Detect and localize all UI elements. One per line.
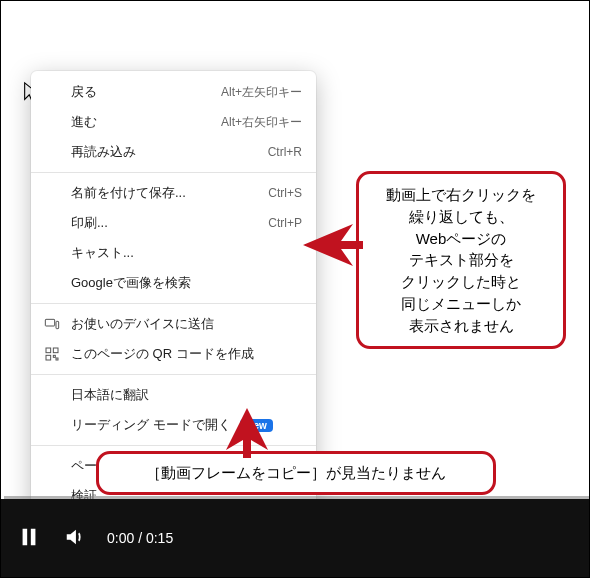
svg-marker-7 — [303, 224, 363, 266]
callout-line: Webページの — [369, 228, 553, 250]
cm-shortcut: Alt+右矢印キー — [221, 114, 302, 131]
cm-save-as[interactable]: 名前を付けて保存... Ctrl+S — [31, 178, 316, 208]
callout-line: 繰り返しても、 — [369, 206, 553, 228]
cm-create-qr[interactable]: このページの QR コードを作成 — [31, 339, 316, 369]
cm-label: このページの QR コードを作成 — [71, 345, 302, 363]
callout-line: テキスト部分を — [369, 249, 553, 271]
cm-label: お使いのデバイスに送信 — [71, 315, 302, 333]
cm-label: キャスト... — [71, 244, 302, 262]
time-display: 0:00 / 0:15 — [107, 530, 173, 546]
cm-label: 印刷... — [71, 214, 268, 232]
callout-line: 表示されません — [369, 315, 553, 337]
cm-cast[interactable]: キャスト... — [31, 238, 316, 268]
cm-reload[interactable]: 再読み込み Ctrl+R — [31, 137, 316, 167]
svg-rect-3 — [53, 348, 58, 353]
annotation-callout-bottom: ［動画フレームをコピー］が見当たりません — [96, 451, 496, 495]
cm-label: 再読み込み — [71, 143, 268, 161]
pause-icon — [18, 526, 40, 551]
cm-send-to-device[interactable]: お使いのデバイスに送信 — [31, 309, 316, 339]
cm-label-text: リーディング モードで開く — [71, 417, 231, 432]
callout-text: ［動画フレームをコピー］が見当たりません — [146, 464, 446, 481]
cm-label: 戻る — [71, 83, 221, 101]
cm-translate[interactable]: 日本語に翻訳 — [31, 380, 316, 410]
cm-separator — [31, 303, 316, 304]
screenshot-stage: 戻る Alt+左矢印キー 進む Alt+右矢印キー 再読み込み Ctrl+R 名… — [0, 0, 590, 578]
svg-rect-10 — [31, 528, 36, 545]
cm-back[interactable]: 戻る Alt+左矢印キー — [31, 77, 316, 107]
svg-rect-1 — [56, 321, 59, 328]
pause-button[interactable] — [15, 524, 43, 552]
svg-rect-4 — [46, 355, 51, 360]
cm-label: 名前を付けて保存... — [71, 184, 268, 202]
cm-separator — [31, 172, 316, 173]
svg-marker-8 — [226, 408, 268, 458]
pointer-arrow-icon — [226, 408, 268, 458]
callout-line: 動画上で右クリックを — [369, 184, 553, 206]
svg-rect-5 — [53, 355, 55, 357]
video-controls: 0:00 / 0:15 — [1, 499, 589, 577]
pointer-arrow-icon — [303, 224, 363, 266]
callout-line: クリックした時と — [369, 271, 553, 293]
cm-forward[interactable]: 進む Alt+右矢印キー — [31, 107, 316, 137]
devices-icon — [43, 315, 61, 333]
cm-reading-mode[interactable]: リーディング モードで開く New — [31, 410, 316, 440]
svg-rect-6 — [56, 358, 58, 360]
cm-search-image[interactable]: Googleで画像を検索 — [31, 268, 316, 298]
cm-shortcut: Ctrl+S — [268, 186, 302, 200]
svg-rect-2 — [46, 348, 51, 353]
callout-line: 同じメニューしか — [369, 293, 553, 315]
qr-icon — [43, 345, 61, 363]
annotation-callout-right: 動画上で右クリックを 繰り返しても、 Webページの テキスト部分を クリックし… — [356, 171, 566, 349]
volume-button[interactable] — [61, 524, 89, 552]
cm-shortcut: Ctrl+P — [268, 216, 302, 230]
cm-label: Googleで画像を検索 — [71, 274, 302, 292]
volume-icon — [64, 526, 86, 551]
svg-rect-0 — [45, 319, 54, 326]
cm-print[interactable]: 印刷... Ctrl+P — [31, 208, 316, 238]
cm-shortcut: Ctrl+R — [268, 145, 302, 159]
cm-separator — [31, 374, 316, 375]
cm-label: 進む — [71, 113, 221, 131]
svg-rect-9 — [23, 528, 28, 545]
cm-label: 日本語に翻訳 — [71, 386, 302, 404]
cm-shortcut: Alt+左矢印キー — [221, 84, 302, 101]
cm-separator — [31, 445, 316, 446]
